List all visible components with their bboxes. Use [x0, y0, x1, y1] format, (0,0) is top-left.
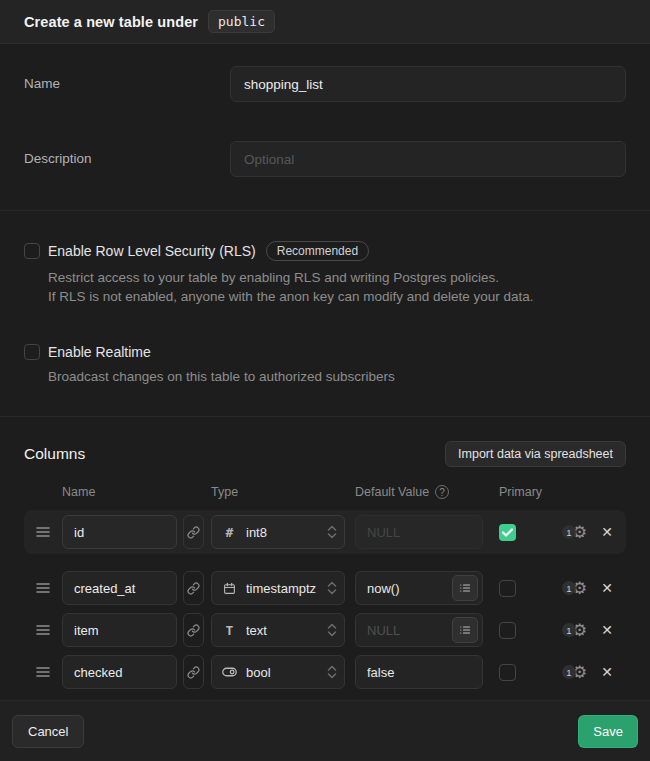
realtime-description: Broadcast changes on this table to autho…: [48, 367, 626, 386]
default-value-text: false: [367, 665, 478, 680]
name-label: Name: [24, 66, 230, 91]
column-type-label: int8: [246, 525, 318, 540]
realtime-checkbox[interactable]: [24, 344, 40, 360]
rls-block: Enable Row Level Security (RLS) Recommen…: [24, 241, 626, 306]
column-type-label: bool: [246, 665, 318, 680]
column-table-headers: Name Type Default Value ? Primary: [24, 485, 626, 499]
table-row: # int8 NULL 1 ⚙ ✕: [24, 510, 626, 554]
primary-key-checkbox[interactable]: [499, 580, 516, 597]
header-name: Name: [62, 485, 211, 499]
create-table-dialog: Create a new table under public Name Des…: [0, 0, 650, 761]
drag-handle-icon[interactable]: [36, 666, 50, 678]
column-name-input[interactable]: [62, 515, 177, 549]
calendar-icon: [222, 582, 237, 595]
table-description-input[interactable]: [230, 141, 626, 177]
default-value-text: now(): [367, 581, 452, 596]
foreign-key-link-icon[interactable]: [183, 655, 204, 689]
column-settings-button[interactable]: 1 ⚙: [562, 622, 587, 639]
default-value-field[interactable]: NULL: [355, 613, 483, 647]
table-row: T text NULL 1 ⚙ ✕: [24, 612, 626, 648]
primary-key-checkbox[interactable]: [499, 664, 516, 681]
column-settings-button[interactable]: 1 ⚙: [562, 664, 587, 681]
dialog-title: Create a new table under: [24, 14, 198, 30]
realtime-title: Enable Realtime: [48, 344, 151, 360]
default-value-text: NULL: [367, 623, 452, 638]
delete-column-icon[interactable]: ✕: [601, 581, 613, 595]
toggle-icon: [222, 667, 237, 677]
column-type-label: text: [246, 623, 318, 638]
primary-key-checkbox[interactable]: [499, 524, 516, 541]
chevron-up-down-icon: [327, 525, 337, 539]
column-settings-button[interactable]: 1 ⚙: [562, 580, 587, 597]
save-button[interactable]: Save: [578, 715, 638, 748]
settings-count-badge: 1: [562, 623, 576, 637]
settings-count-badge: 1: [562, 525, 576, 539]
drag-handle-icon[interactable]: [36, 624, 50, 636]
default-value-field[interactable]: NULL: [355, 515, 483, 549]
text-type-icon: T: [222, 623, 237, 638]
rls-description: Restrict access to your table by enablin…: [48, 268, 626, 306]
primary-key-checkbox[interactable]: [499, 622, 516, 639]
column-type-select[interactable]: bool: [211, 655, 345, 689]
delete-column-icon[interactable]: ✕: [601, 665, 613, 679]
column-type-select[interactable]: T text: [211, 613, 345, 647]
default-value-text: NULL: [367, 525, 478, 540]
dialog-footer: Cancel Save: [0, 700, 650, 761]
column-type-label: timestamptz: [246, 581, 318, 596]
rls-title: Enable Row Level Security (RLS): [48, 243, 256, 259]
foreign-key-link-icon[interactable]: [183, 571, 204, 605]
default-value-field[interactable]: now(): [355, 571, 483, 605]
dialog-header: Create a new table under public: [0, 0, 650, 44]
column-rows: # int8 NULL 1 ⚙ ✕: [24, 510, 626, 690]
cancel-button[interactable]: Cancel: [12, 715, 84, 748]
foreign-key-link-icon[interactable]: [183, 515, 204, 549]
drag-handle-icon[interactable]: [36, 582, 50, 594]
drag-handle-icon[interactable]: [36, 526, 50, 538]
suggestions-list-icon[interactable]: [452, 575, 478, 601]
settings-count-badge: 1: [562, 581, 576, 595]
rls-checkbox[interactable]: [24, 243, 40, 259]
header-primary: Primary: [499, 485, 542, 499]
chevron-up-down-icon: [327, 665, 337, 679]
toggles-section: Enable Row Level Security (RLS) Recommen…: [0, 211, 650, 417]
column-name-input[interactable]: [62, 571, 177, 605]
column-name-input[interactable]: [62, 655, 177, 689]
delete-column-icon[interactable]: ✕: [601, 525, 613, 539]
column-type-select[interactable]: # int8: [211, 515, 345, 549]
columns-section: Columns Import data via spreadsheet Name…: [0, 417, 650, 700]
column-type-select[interactable]: timestamptz: [211, 571, 345, 605]
foreign-key-link-icon[interactable]: [183, 613, 204, 647]
basic-info-section: Name Description: [0, 44, 650, 211]
table-name-input[interactable]: [230, 66, 626, 102]
help-icon[interactable]: ?: [435, 485, 449, 499]
table-row: bool false 1 ⚙ ✕: [24, 654, 626, 690]
delete-column-icon[interactable]: ✕: [601, 623, 613, 637]
schema-badge: public: [208, 10, 275, 33]
header-default-value: Default Value: [355, 485, 429, 499]
suggestions-list-icon[interactable]: [452, 617, 478, 643]
hash-icon: #: [222, 525, 237, 540]
table-row: timestamptz now() 1 ⚙ ✕: [24, 570, 626, 606]
import-spreadsheet-button[interactable]: Import data via spreadsheet: [445, 441, 626, 467]
default-value-field[interactable]: false: [355, 655, 483, 689]
chevron-up-down-icon: [327, 581, 337, 595]
chevron-up-down-icon: [327, 623, 337, 637]
header-type: Type: [211, 485, 355, 499]
columns-title: Columns: [24, 445, 85, 463]
description-label: Description: [24, 141, 230, 166]
description-row: Description: [24, 141, 626, 177]
column-name-input[interactable]: [62, 613, 177, 647]
column-settings-button[interactable]: 1 ⚙: [562, 524, 587, 541]
recommended-badge: Recommended: [266, 241, 369, 261]
settings-count-badge: 1: [562, 665, 576, 679]
name-row: Name: [24, 66, 626, 102]
realtime-block: Enable Realtime Broadcast changes on thi…: [24, 344, 626, 386]
